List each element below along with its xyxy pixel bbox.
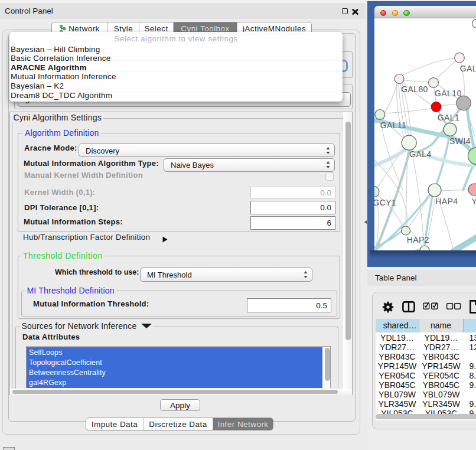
svg-text:GAL10: GAL10 — [435, 89, 462, 98]
svg-text:GAL80: GAL80 — [401, 84, 428, 94]
svg-text:GAL1: GAL1 — [438, 113, 459, 122]
svg-text:GAL11: GAL11 — [380, 120, 407, 130]
svg-text:Y: Y — [472, 197, 476, 206]
svg-text:GCY1: GCY1 — [374, 198, 396, 207]
svg-text:HAP2: HAP2 — [407, 235, 429, 244]
svg-text:GAL2: GAL2 — [460, 64, 476, 73]
svg-text:GAL4: GAL4 — [409, 149, 431, 159]
svg-text:HAP4: HAP4 — [435, 197, 458, 206]
svg-text:SWI4: SWI4 — [449, 136, 471, 146]
